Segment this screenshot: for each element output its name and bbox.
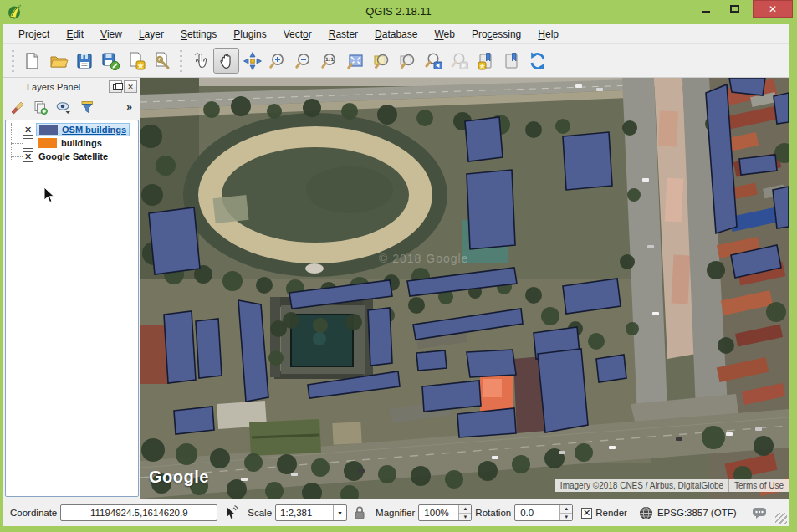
- zoom-to-layer-icon: [398, 51, 418, 71]
- minimize-button[interactable]: [695, 0, 717, 18]
- toggle-extents-mouse-icon[interactable]: [222, 504, 239, 521]
- menu-item-layer[interactable]: Layer: [130, 26, 172, 43]
- toolbar-grip[interactable]: [9, 50, 17, 72]
- layers-panel-header[interactable]: Layers Panel ✕: [3, 78, 140, 96]
- manage-layer-visibility-icon[interactable]: [55, 100, 72, 115]
- new-print-composer-button[interactable]: [123, 48, 149, 74]
- close-button[interactable]: ✕: [753, 0, 793, 18]
- show-bookmarks-button[interactable]: [498, 48, 524, 74]
- save-project-icon: [74, 51, 95, 71]
- coordinate-label: Coordinate: [10, 508, 57, 518]
- layer-checkbox-google-satellite[interactable]: ✕: [23, 151, 33, 162]
- new-project-button[interactable]: [19, 48, 45, 74]
- osm-building-polygon: [238, 300, 268, 402]
- refresh-icon: [528, 51, 548, 71]
- osm-building-polygon: [729, 78, 765, 95]
- maximize-button[interactable]: [723, 0, 745, 18]
- menu-item-raster[interactable]: Raster: [320, 26, 366, 43]
- layer-checkbox-buildings[interactable]: [23, 138, 33, 149]
- log-messages-icon[interactable]: [752, 506, 769, 519]
- layer-name-osm-buildings[interactable]: OSM buildings: [62, 125, 126, 135]
- refresh-button[interactable]: [524, 48, 550, 74]
- coordinate-input[interactable]: 11194924.5,1614620.9: [60, 504, 217, 521]
- panel-float-button[interactable]: [109, 80, 122, 93]
- titlebar[interactable]: QGIS 2.18.11 ✕: [0, 0, 797, 24]
- zoom-last-button[interactable]: [421, 48, 447, 74]
- menu-item-help[interactable]: Help: [529, 26, 567, 43]
- imagery-attribution: Imagery ©2018 CNES / Airbus, DigitalGlob…: [555, 479, 728, 492]
- new-bookmark-icon: [476, 51, 496, 71]
- render-checkbox[interactable]: ✕: [581, 508, 592, 519]
- toolbar-grip[interactable]: [177, 50, 185, 72]
- show-bookmarks-icon: [502, 51, 522, 71]
- zoom-next-button[interactable]: [447, 48, 473, 74]
- osm-building-polygon: [407, 268, 517, 296]
- zoom-out-button[interactable]: [291, 48, 317, 74]
- window-title: QGIS 2.18.11: [0, 5, 797, 18]
- menu-item-vector[interactable]: Vector: [275, 26, 320, 43]
- open-project-button[interactable]: [45, 48, 71, 74]
- layer-name-buildings[interactable]: buildings: [61, 138, 102, 148]
- render-label: Render: [595, 508, 627, 518]
- open-project-icon: [49, 51, 69, 71]
- touch-zoom-and-pan-icon: [191, 51, 211, 71]
- layer-row-google-satellite[interactable]: ✕ Google Satellite: [6, 150, 138, 163]
- qgis-window: QGIS 2.18.11 ✕ ProjectEditViewLayerSetti…: [0, 0, 797, 532]
- rotation-spinbox[interactable]: 0.0▲▼: [514, 504, 573, 521]
- pan-map-to-selection-button[interactable]: [239, 48, 265, 74]
- add-group-icon[interactable]: [33, 100, 48, 115]
- osm-building-polygon: [465, 117, 503, 161]
- render-toggle[interactable]: ✕ Render: [581, 508, 627, 519]
- layers-panel-title: Layers Panel: [27, 82, 80, 92]
- layer-row-buildings[interactable]: buildings: [6, 136, 138, 150]
- magnifier-up-arrow: ▲: [459, 505, 471, 514]
- osm-building-polygon: [308, 371, 400, 398]
- scale-dropdown-arrow[interactable]: ▼: [333, 505, 346, 520]
- zoom-out-icon: [294, 51, 314, 71]
- zoom-in-icon: [268, 51, 289, 71]
- menu-item-edit[interactable]: Edit: [58, 26, 92, 43]
- osm-building-polygon: [149, 207, 200, 274]
- osm-building-polygon: [731, 245, 781, 278]
- menu-item-view[interactable]: View: [92, 26, 130, 43]
- osm-building-polygon: [538, 349, 588, 432]
- layer-checkbox-osm-buildings[interactable]: ✕: [23, 125, 33, 136]
- zoom-full-button[interactable]: [343, 48, 369, 74]
- zoom-in-button[interactable]: [265, 48, 291, 74]
- map-canvas[interactable]: © 2018 Google Google Imagery ©2018 CNES …: [140, 78, 789, 499]
- menu-item-processing[interactable]: Processing: [463, 26, 529, 43]
- menu-item-plugins[interactable]: Plugins: [225, 26, 274, 43]
- pan-map-button[interactable]: [213, 48, 239, 74]
- save-project-button[interactable]: [71, 48, 97, 74]
- touch-zoom-and-pan-button[interactable]: [187, 48, 213, 74]
- svg-text:1:1: 1:1: [324, 56, 334, 62]
- menu-item-project[interactable]: Project: [10, 26, 58, 43]
- layer-name-google-satellite[interactable]: Google Satellite: [38, 151, 108, 161]
- osm-buildings-layer: [140, 78, 789, 499]
- menu-item-web[interactable]: Web: [426, 26, 462, 43]
- new-bookmark-button[interactable]: [473, 48, 498, 74]
- osm-building-polygon: [596, 355, 626, 382]
- composer-manager-button[interactable]: [149, 48, 175, 74]
- google-logo: Google: [149, 468, 209, 487]
- panel-close-button[interactable]: ✕: [124, 80, 137, 93]
- layer-tree[interactable]: ✕ OSM buildings buildings ✕ Google Satel: [5, 120, 139, 497]
- layer-row-osm-buildings[interactable]: ✕ OSM buildings: [6, 123, 138, 136]
- crs-status[interactable]: EPSG:3857 (OTF): [657, 508, 737, 518]
- panel-toolbar-overflow[interactable]: »: [126, 101, 132, 113]
- window-resize-grip[interactable]: [775, 513, 787, 524]
- save-project-as-button[interactable]: [97, 48, 123, 74]
- filter-legend-icon[interactable]: [79, 100, 95, 115]
- menu-item-settings[interactable]: Settings: [172, 26, 225, 43]
- scale-combobox[interactable]: 1:2,381▼: [275, 504, 347, 521]
- menu-item-database[interactable]: Database: [366, 26, 426, 43]
- crs-globe-icon[interactable]: [639, 506, 653, 520]
- scale-lock-icon[interactable]: [353, 505, 366, 520]
- magnifier-spinbox[interactable]: 100%▲▼: [418, 504, 472, 521]
- terms-of-use-link[interactable]: Terms of Use: [728, 479, 789, 492]
- open-layer-styling-dock-icon[interactable]: [10, 100, 25, 115]
- zoom-to-selection-button[interactable]: [369, 48, 395, 74]
- zoom-to-layer-button[interactable]: [395, 48, 421, 74]
- zoom-to-native-resolution-button[interactable]: 1:1: [317, 48, 343, 74]
- rotation-up-arrow: ▲: [560, 505, 572, 514]
